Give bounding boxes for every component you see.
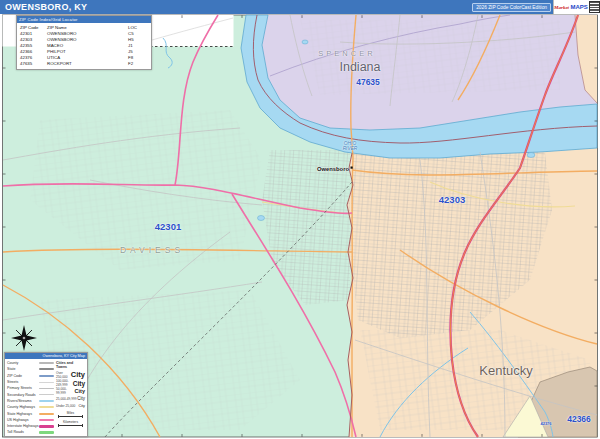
legend-line-sample (39, 406, 54, 408)
county-label-spencer: SPENCER (318, 49, 375, 58)
zip-label-42303: 42303 (439, 194, 465, 205)
legend-line-sample (39, 431, 54, 434)
city-size-row: Over 250,000City (56, 370, 85, 379)
legend-line-sample (39, 419, 54, 422)
map-canvas: SPENCER Indiana 47635 OHIO RIVER Owensbo… (0, 0, 600, 439)
city-label-owensboro: Owensboro (317, 166, 349, 172)
map-page: OWENSBORO, KY 2026 ZIP Code ColorCast Ed… (0, 0, 600, 439)
river-label: OHIO RIVER (342, 141, 359, 151)
zip-index-row: 47635ROCKPORTF2 (20, 61, 148, 67)
compass-rose-icon (8, 322, 40, 354)
legend-line-sample (39, 362, 54, 364)
legend-items: CountyStateZIP CodeStreetsPrimary Street… (7, 360, 54, 436)
legend-line-sample (39, 368, 54, 370)
zip-label-42376: 42376 (540, 421, 551, 426)
legend-panel: Owensboro, KY City Map CountyStateZIP Co… (4, 352, 88, 437)
legend-line-sample (39, 413, 54, 415)
scale-kilometers: Kilometers (56, 420, 85, 427)
legend-line-sample (39, 388, 54, 390)
city-size-row: 25,000-49,999City (56, 395, 85, 402)
legend-line-sample (39, 394, 54, 395)
legend-cities: Over 250,000City100,000-249,999City50,00… (56, 370, 85, 409)
zip-index-panel: ZIP Code Index/Grid Locator ZIP Code ZIP… (16, 15, 152, 70)
scale-miles-bar (58, 415, 83, 418)
legend-cities-title: Cities and Towns (56, 361, 85, 369)
city-size-row: Under 25,000City (56, 402, 85, 409)
zip-index-rows: 42301OWENSBOROC542303OWENSBOROH542355MAC… (20, 31, 148, 67)
zip-index-title: ZIP Code Index/Grid Locator (17, 16, 151, 23)
state-label-indiana: Indiana (339, 60, 380, 74)
zip-label-42366: 42366 (567, 414, 591, 424)
city-size-row: 100,000-249,999City (56, 379, 85, 387)
streets-indiana-rural (300, 20, 560, 95)
state-label-kentucky: Kentucky (479, 363, 532, 378)
legend-line-sample (39, 382, 54, 383)
legend-line-sample (39, 425, 54, 428)
scale-km-bar (58, 424, 83, 427)
zip-label-42301: 42301 (155, 221, 181, 232)
county-label-daviess: DAVIESS (120, 245, 184, 255)
city-marker (351, 167, 353, 169)
legend-line-sample (39, 400, 54, 402)
scale-miles: Miles (56, 411, 85, 418)
zip-index-table: ZIP Code ZIP Name LOC 42301OWENSBOROC542… (17, 23, 151, 69)
legend-line-sample (39, 375, 54, 377)
zip-label-47635: 47635 (356, 77, 380, 87)
legend-item: Toll Roads (7, 429, 54, 435)
city-size-row: 50,000-99,999City (56, 387, 85, 395)
